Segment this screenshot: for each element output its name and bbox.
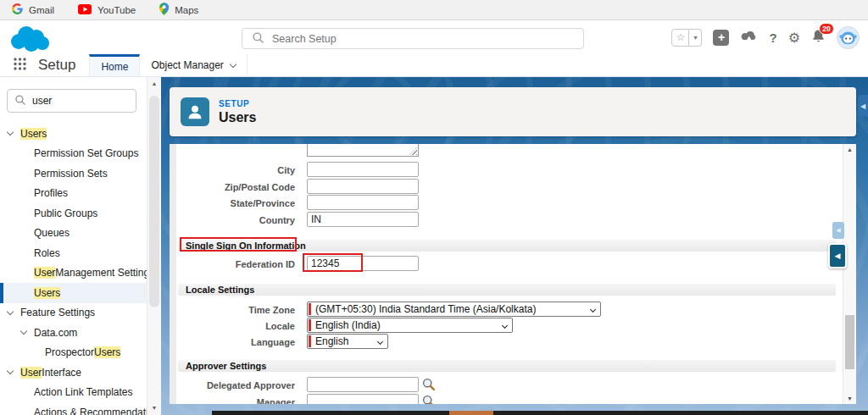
setup-sidebar: Users Permission Set Groups Permission S… [0,77,161,415]
global-search[interactable] [242,28,584,49]
section-header-approver: Approver Settings [178,360,836,372]
form-scrollbar[interactable]: ▲ ▼ [843,144,856,404]
page-header-eyebrow: SETUP [219,99,256,108]
favorites-star-icon[interactable]: ☆ [671,29,689,47]
sidebar-item-public-groups[interactable]: Public Groups [0,203,147,224]
scroll-up-icon[interactable]: ▲ [147,80,161,86]
field-label: Time Zone [170,305,295,315]
chevron-down-icon [377,338,383,344]
bookmark-youtube[interactable]: YouTube [78,4,136,16]
lookup-icon[interactable] [422,378,436,391]
scrollbar-thumb[interactable] [845,315,854,369]
collapse-panel-button[interactable]: ◀ [858,95,868,117]
lookup-icon[interactable] [422,395,436,404]
section-header-locale: Locale Settings [178,284,836,296]
state-province-input[interactable] [307,195,419,210]
user-detail-form: City Zip/Postal Code State/Province Coun… [170,144,856,404]
user-object-icon [181,97,209,126]
youtube-icon [78,4,92,16]
required-marker [309,335,311,347]
avatar[interactable] [837,26,860,49]
sidebar-item-roles[interactable]: Roles [0,243,147,263]
setup-nav-bar: Setup Home Object Manager [0,54,868,77]
field-label: Language [170,337,295,347]
delegated-approver-input[interactable] [307,377,419,392]
app-name: Setup [38,57,75,74]
required-marker [309,303,311,315]
timezone-select[interactable]: (GMT+05:30) India Standard Time (Asia/Ko… [307,302,601,317]
field-label: Country [170,215,295,225]
sidebar-item-user-management-settings[interactable]: User Management Settings [0,263,147,284]
language-select[interactable]: English [307,334,388,349]
field-label: Federation ID [170,259,295,269]
manager-input[interactable] [307,394,419,404]
page-title: Users [219,110,256,125]
scroll-down-icon[interactable]: ▼ [843,396,856,401]
sidebar-item-queues[interactable]: Queues [0,224,147,244]
sidebar-item-permission-set-groups[interactable]: Permission Set Groups [0,144,147,164]
locale-select[interactable]: English (India) [307,318,513,333]
chevron-down-icon [7,368,14,374]
sidebar-item-users-group[interactable]: Users [0,124,147,144]
resize-grip-icon[interactable] [409,147,417,155]
taskbar-app-indicator [449,411,493,415]
sidebar-item-user-interface[interactable]: User Interface [0,362,147,383]
search-setup-input[interactable] [272,33,552,45]
trailhead-icon[interactable] [740,30,758,46]
bookmark-maps[interactable]: Maps [159,3,198,17]
sidebar-search-input[interactable] [32,95,125,107]
favorites-caret-icon[interactable]: ▾ [689,29,702,47]
chevron-down-icon [7,129,14,136]
chevron-down-icon [20,328,27,335]
bookmark-label: YouTube [97,5,136,15]
sidebar-item-datacom[interactable]: Data.com [0,323,147,343]
annotation-box-sso [180,237,297,252]
sidebar-item-users[interactable]: Users [0,283,147,303]
country-input[interactable] [307,212,419,227]
chevron-down-icon [230,60,236,67]
chevron-down-icon [590,306,596,312]
sidebar-item-prospector-users[interactable]: Prospector Users [0,343,147,363]
bookmark-label: Gmail [29,5,54,15]
address-textarea[interactable] [307,144,419,157]
sidebar-item-profiles[interactable]: Profiles [0,184,147,204]
scroll-up-icon[interactable]: ▲ [843,147,856,152]
search-icon [15,93,25,108]
salesforce-logo[interactable] [7,23,51,57]
field-label: City [170,165,295,175]
sidebar-item-feature-settings[interactable]: Feature Settings [0,303,147,324]
gear-icon[interactable]: ⚙ [788,30,800,46]
scrollbar-thumb[interactable] [149,96,159,307]
zip-postal-code-input[interactable] [307,179,419,194]
sidebar-item-action-link-templates[interactable]: Action Link Templates [0,383,147,403]
sidebar-search[interactable] [7,89,136,113]
sidebar-item-actions-recommendations[interactable]: Actions & Recommendations [0,402,147,415]
notification-badge: 20 [819,23,834,35]
sidebar-item-permission-sets[interactable]: Permission Sets [0,163,147,184]
page-header-card: SETUP Users [170,87,856,136]
sidebar-scrollbar[interactable]: ▲ ▼ [147,77,161,415]
quick-create-icon[interactable]: + [713,30,729,46]
required-marker [309,319,311,331]
field-label: Locale [170,321,295,331]
google-icon [12,3,23,16]
field-label: Zip/Postal Code [170,182,295,192]
collapse-handle-primary[interactable]: ◀ [828,243,847,268]
global-header: ☆ ▾ + ? ⚙ 20 [0,20,868,54]
bookmark-gmail[interactable]: Gmail [12,3,54,16]
notifications-control[interactable]: 20 [811,29,826,47]
field-label: State/Province [170,198,295,208]
chevron-down-icon [502,322,508,328]
maps-pin-icon [159,3,169,17]
taskbar-sliver [212,411,868,415]
city-input[interactable] [307,162,419,177]
field-label: Delegated Approver [170,380,295,390]
scroll-down-icon[interactable]: ▼ [147,405,161,411]
help-icon[interactable]: ? [769,30,776,45]
chevron-down-icon [7,308,14,315]
collapse-handle-secondary[interactable]: ◀ [832,222,844,239]
tab-object-manager[interactable]: Object Manager [140,54,247,76]
app-launcher-icon[interactable] [14,58,26,74]
favorites-control[interactable]: ☆ ▾ [671,29,702,47]
tab-home[interactable]: Home [89,54,140,76]
